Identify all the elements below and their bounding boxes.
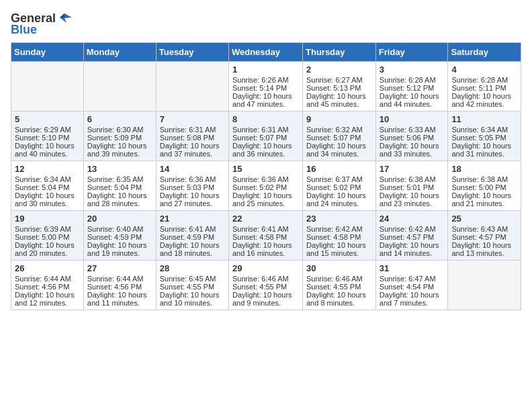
calendar-cell: 1Sunrise: 6:26 AMSunset: 5:14 PMDaylight… (228, 62, 302, 111)
day-info-line: Sunset: 5:06 PM (380, 134, 445, 142)
calendar-cell: 26Sunrise: 6:44 AMSunset: 4:56 PMDayligh… (11, 261, 84, 310)
day-info-line: Daylight: 10 hours and 37 minutes. (160, 142, 225, 158)
day-info-line: Sunrise: 6:37 AM (306, 175, 372, 183)
calendar-cell: 29Sunrise: 6:46 AMSunset: 4:55 PMDayligh… (228, 261, 302, 310)
day-number: 21 (160, 214, 225, 224)
day-number: 14 (160, 164, 225, 174)
day-info-line: Sunrise: 6:35 AM (87, 175, 152, 183)
day-info-line: Sunset: 5:00 PM (15, 233, 80, 241)
day-number: 26 (15, 263, 80, 273)
day-number: 15 (232, 164, 299, 174)
day-info-line: Sunset: 5:12 PM (380, 84, 445, 92)
day-info-line: Sunset: 4:59 PM (160, 233, 225, 241)
svg-marker-0 (60, 13, 72, 23)
day-info-line: Sunrise: 6:44 AM (15, 275, 80, 283)
calendar-cell: 31Sunrise: 6:47 AMSunset: 4:54 PMDayligh… (375, 261, 448, 310)
day-info-line: Daylight: 10 hours and 20 minutes. (15, 241, 80, 257)
calendar-cell: 20Sunrise: 6:40 AMSunset: 4:59 PMDayligh… (83, 211, 156, 261)
calendar-week-row: 26Sunrise: 6:44 AMSunset: 4:56 PMDayligh… (11, 261, 521, 310)
day-info-line: Sunset: 5:01 PM (380, 183, 445, 191)
day-info-line: Sunset: 5:05 PM (451, 134, 517, 142)
day-info-line: Daylight: 10 hours and 36 minutes. (232, 142, 299, 158)
day-info-line: Daylight: 10 hours and 8 minutes. (306, 291, 372, 307)
day-info-line: Sunset: 4:56 PM (15, 283, 80, 291)
weekday-header-friday: Friday (375, 43, 448, 62)
day-number: 11 (451, 114, 517, 124)
day-info-line: Daylight: 10 hours and 24 minutes. (306, 191, 372, 208)
day-number: 9 (306, 114, 372, 124)
day-info-line: Sunset: 5:03 PM (160, 183, 225, 191)
weekday-header-wednesday: Wednesday (228, 43, 302, 62)
calendar-cell: 25Sunrise: 6:43 AMSunset: 4:57 PMDayligh… (448, 211, 521, 261)
calendar-cell: 30Sunrise: 6:46 AMSunset: 4:55 PMDayligh… (303, 261, 376, 310)
calendar-cell: 11Sunrise: 6:34 AMSunset: 5:05 PMDayligh… (448, 111, 521, 161)
calendar-cell: 5Sunrise: 6:29 AMSunset: 5:10 PMDaylight… (11, 111, 84, 161)
day-number: 8 (232, 114, 299, 124)
calendar-cell: 21Sunrise: 6:41 AMSunset: 4:59 PMDayligh… (156, 211, 228, 261)
logo-blue-text: Blue (11, 23, 37, 37)
day-info-line: Sunset: 4:58 PM (306, 233, 372, 241)
calendar-cell: 9Sunrise: 6:32 AMSunset: 5:07 PMDaylight… (303, 111, 376, 161)
calendar-cell: 24Sunrise: 6:42 AMSunset: 4:57 PMDayligh… (375, 211, 448, 261)
calendar-week-row: 1Sunrise: 6:26 AMSunset: 5:14 PMDaylight… (11, 62, 521, 111)
day-number: 19 (15, 214, 80, 224)
calendar-cell: 13Sunrise: 6:35 AMSunset: 5:04 PMDayligh… (83, 161, 156, 211)
day-number: 25 (451, 214, 517, 224)
day-info-line: Sunrise: 6:38 AM (380, 175, 445, 183)
day-info-line: Sunrise: 6:45 AM (160, 275, 225, 283)
day-info-line: Sunset: 5:00 PM (451, 183, 517, 191)
calendar-cell: 7Sunrise: 6:31 AMSunset: 5:08 PMDaylight… (156, 111, 228, 161)
day-info-line: Daylight: 10 hours and 23 minutes. (380, 191, 445, 208)
calendar-cell: 17Sunrise: 6:38 AMSunset: 5:01 PMDayligh… (375, 161, 448, 211)
calendar-week-row: 12Sunrise: 6:34 AMSunset: 5:04 PMDayligh… (11, 161, 521, 211)
calendar-cell: 23Sunrise: 6:42 AMSunset: 4:58 PMDayligh… (303, 211, 376, 261)
day-info-line: Sunset: 5:09 PM (87, 134, 152, 142)
day-info-line: Sunset: 5:02 PM (232, 183, 299, 191)
day-info-line: Sunrise: 6:28 AM (380, 76, 445, 84)
day-info-line: Sunset: 4:59 PM (87, 233, 152, 241)
day-info-line: Sunrise: 6:31 AM (232, 126, 299, 134)
calendar-table: SundayMondayTuesdayWednesdayThursdayFrid… (11, 42, 521, 310)
day-info-line: Sunset: 4:55 PM (160, 283, 225, 291)
calendar-header-row: SundayMondayTuesdayWednesdayThursdayFrid… (11, 43, 521, 62)
day-info-line: Sunset: 5:14 PM (232, 84, 299, 92)
day-info-line: Daylight: 10 hours and 13 minutes. (451, 241, 517, 257)
day-info-line: Sunrise: 6:46 AM (232, 275, 299, 283)
day-info-line: Sunrise: 6:28 AM (451, 76, 517, 84)
day-info-line: Daylight: 10 hours and 34 minutes. (306, 142, 372, 158)
day-info-line: Sunset: 5:13 PM (306, 84, 372, 92)
day-info-line: Sunset: 4:58 PM (232, 233, 299, 241)
day-number: 24 (380, 214, 445, 224)
day-info-line: Daylight: 10 hours and 18 minutes. (160, 241, 225, 257)
day-info-line: Daylight: 10 hours and 7 minutes. (380, 291, 445, 307)
day-info-line: Sunrise: 6:26 AM (232, 76, 299, 84)
day-info-line: Sunrise: 6:44 AM (87, 275, 152, 283)
day-info-line: Daylight: 10 hours and 10 minutes. (160, 291, 225, 307)
calendar-cell (11, 62, 84, 111)
calendar-cell: 3Sunrise: 6:28 AMSunset: 5:12 PMDaylight… (375, 62, 448, 111)
day-info-line: Daylight: 10 hours and 31 minutes. (451, 142, 517, 158)
day-number: 29 (232, 263, 299, 273)
day-info-line: Daylight: 10 hours and 12 minutes. (15, 291, 80, 307)
day-info-line: Sunrise: 6:30 AM (87, 126, 152, 134)
calendar-cell: 12Sunrise: 6:34 AMSunset: 5:04 PMDayligh… (11, 161, 84, 211)
day-info-line: Sunset: 5:02 PM (306, 183, 372, 191)
calendar-cell (83, 62, 156, 111)
calendar-cell: 19Sunrise: 6:39 AMSunset: 5:00 PMDayligh… (11, 211, 84, 261)
calendar-cell: 14Sunrise: 6:36 AMSunset: 5:03 PMDayligh… (156, 161, 228, 211)
weekday-header-monday: Monday (83, 43, 156, 62)
day-info-line: Daylight: 10 hours and 30 minutes. (15, 191, 80, 208)
day-info-line: Daylight: 10 hours and 39 minutes. (87, 142, 152, 158)
day-info-line: Sunset: 5:07 PM (232, 134, 299, 142)
day-info-line: Sunset: 5:04 PM (87, 183, 152, 191)
day-number: 30 (306, 263, 372, 273)
day-info-line: Sunrise: 6:34 AM (451, 126, 517, 134)
day-info-line: Sunrise: 6:41 AM (232, 225, 299, 233)
day-number: 17 (380, 164, 445, 174)
day-info-line: Sunrise: 6:31 AM (160, 126, 225, 134)
day-info-line: Sunset: 5:10 PM (15, 134, 80, 142)
day-number: 12 (15, 164, 80, 174)
day-number: 31 (380, 263, 445, 273)
weekday-header-tuesday: Tuesday (156, 43, 228, 62)
logo-bird-icon (57, 11, 72, 26)
